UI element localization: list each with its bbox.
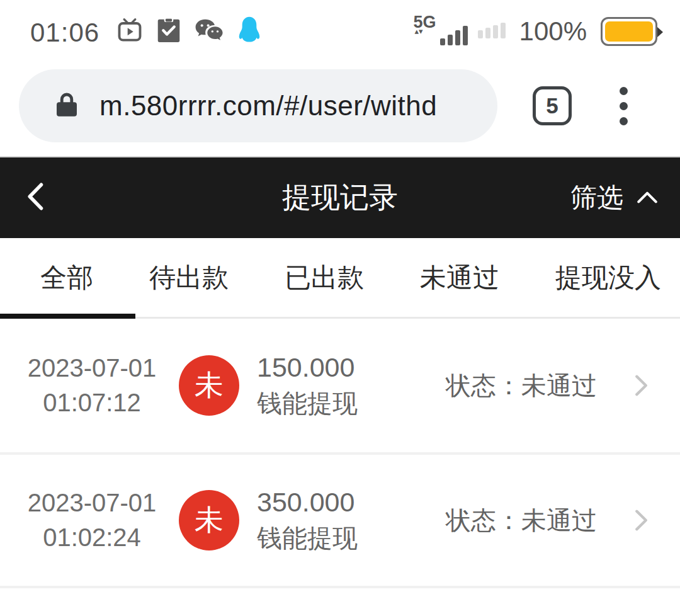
tab-paid[interactable]: 已出款 [285,260,364,295]
clock: 01:06 [30,15,99,48]
wechat-icon [194,17,224,46]
tab-all[interactable]: 全部 [40,260,93,295]
record-status: 状态：未通过 [446,368,597,403]
lock-icon [52,89,82,122]
record-row[interactable]: 2023-07-01 01:02:24 未 350.000 钱能提现 状态：未通… [0,452,680,586]
status-badge: 未 [179,355,239,416]
record-datetime: 2023-07-01 01:07:12 [19,351,165,420]
tab-switcher-button[interactable]: 5 [533,86,572,125]
record-row-partial[interactable] [0,586,680,610]
tv-app-icon [116,16,144,47]
battery-percent: 100% [519,16,587,47]
browser-menu-button[interactable] [620,87,628,125]
record-amount: 350.000 [257,484,446,520]
record-amount-block: 150.000 钱能提现 [257,350,446,421]
filter-tabs: 全部 待出款 已出款 未通过 提现没入 [0,238,680,319]
status-bar-right: 5G ▴▾ 100% [414,15,657,48]
app-header: 提现记录 筛选 [0,157,680,238]
tab-not-credited[interactable]: 提现没入 [555,260,661,295]
withdraw-record-list: 2023-07-01 01:07:12 未 150.000 钱能提现 状态：未通… [0,319,680,610]
record-row[interactable]: 2023-07-01 01:07:12 未 150.000 钱能提现 状态：未通… [0,319,680,452]
page-top-divider [0,149,680,157]
tab-rejected[interactable]: 未通过 [420,260,499,295]
qq-icon [237,16,262,47]
browser-toolbar: m.580rrrr.com/#/user/withd 5 [0,63,680,149]
record-method: 钱能提现 [257,520,446,556]
url-text: m.580rrrr.com/#/user/withd [99,90,437,122]
notification-icons [116,16,262,47]
signal-5g-icon: 5G ▴▾ [414,15,468,48]
status-badge: 未 [179,490,239,550]
record-status: 状态：未通过 [446,503,597,538]
record-amount: 150.000 [257,350,446,385]
battery-icon [601,17,657,46]
status-bar: 01:06 5G ▴▾ 100% [0,0,680,63]
chevron-right-icon [626,506,655,535]
address-bar[interactable]: m.580rrrr.com/#/user/withd [19,69,497,142]
clipboard-check-icon [156,16,181,47]
filter-button[interactable]: 筛选 [570,180,661,215]
signal-secondary-icon [478,23,506,41]
record-datetime: 2023-07-01 01:02:24 [19,486,165,555]
record-amount-block: 350.000 钱能提现 [257,484,446,556]
active-tab-indicator [0,314,135,319]
record-method: 钱能提现 [257,385,446,421]
chevron-right-icon [626,371,655,400]
tab-pending[interactable]: 待出款 [149,260,229,295]
chevron-up-icon [633,184,661,212]
